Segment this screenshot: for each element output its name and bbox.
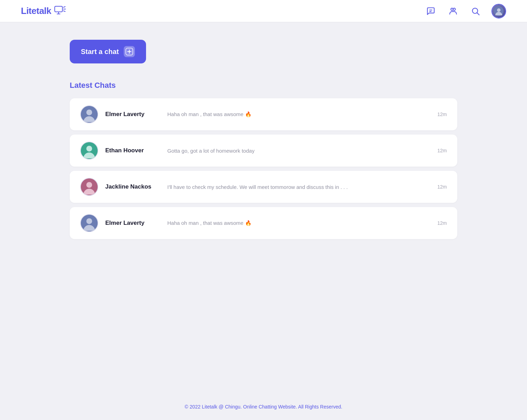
logo-area: Litetalk bbox=[21, 6, 67, 16]
chat-item[interactable]: Elmer Laverty Haha oh man , that was aws… bbox=[70, 98, 457, 130]
svg-rect-0 bbox=[55, 6, 62, 12]
svg-point-20 bbox=[86, 146, 92, 152]
chat-time-2: 12m bbox=[437, 148, 447, 153]
chat-item[interactable]: Ethan Hoover Gotta go, got a lot of home… bbox=[70, 135, 457, 167]
svg-point-13 bbox=[497, 8, 501, 12]
chat-item[interactable]: Jackline Nackos I'll have to check my sc… bbox=[70, 171, 457, 203]
start-chat-label: Start a chat bbox=[81, 48, 119, 56]
logo-text: Litetalk bbox=[21, 6, 51, 16]
svg-point-18 bbox=[86, 109, 92, 115]
chat-name-1: Elmer Laverty bbox=[105, 111, 161, 118]
start-chat-plus-icon bbox=[124, 46, 135, 57]
chat-avatar-2 bbox=[80, 142, 98, 160]
svg-line-5 bbox=[63, 11, 65, 12]
chat-item[interactable]: Elmer Laverty Haha oh man , that was aws… bbox=[70, 207, 457, 239]
avatar-image bbox=[494, 6, 504, 16]
svg-point-24 bbox=[86, 218, 92, 224]
latest-chats-title: Latest Chats bbox=[70, 81, 457, 90]
chat-list: Elmer Laverty Haha oh man , that was aws… bbox=[70, 98, 457, 239]
svg-line-11 bbox=[477, 13, 479, 15]
main-content: Start a chat Latest Chats bbox=[0, 22, 527, 394]
litetalk-logo-icon bbox=[54, 6, 67, 15]
svg-point-9 bbox=[453, 8, 456, 10]
chat-preview-2: Gotta go, got a lot of homework today bbox=[167, 148, 430, 154]
chat-time-4: 12m bbox=[437, 220, 447, 226]
search-icon bbox=[471, 7, 480, 16]
chat-info-2: Ethan Hoover Gotta go, got a lot of home… bbox=[105, 147, 430, 154]
chat-nav-button[interactable] bbox=[425, 5, 437, 17]
chat-time-1: 12m bbox=[437, 112, 447, 117]
start-chat-button[interactable]: Start a chat bbox=[70, 40, 146, 63]
chat-avatar-3 bbox=[80, 178, 98, 196]
chat-icon bbox=[426, 7, 435, 16]
chat-time-3: 12m bbox=[437, 184, 447, 190]
chat-info-1: Elmer Laverty Haha oh man , that was aws… bbox=[105, 111, 430, 118]
app-header: Litetalk bbox=[0, 0, 527, 22]
logo-icon bbox=[54, 6, 67, 16]
chat-preview-4: Haha oh man , that was awsome 🔥 bbox=[167, 220, 430, 226]
chat-name-3: Jackline Nackos bbox=[105, 183, 161, 190]
user-avatar-button[interactable] bbox=[491, 4, 506, 18]
nav-icons bbox=[425, 4, 506, 18]
chat-avatar-1 bbox=[80, 105, 98, 123]
search-nav-button[interactable] bbox=[469, 5, 482, 17]
footer-text: © 2022 Litetalk @ Chingu. Online Chattin… bbox=[185, 404, 342, 410]
chat-name-2: Ethan Hoover bbox=[105, 147, 161, 154]
chat-info-3: Jackline Nackos I'll have to check my sc… bbox=[105, 183, 430, 190]
chat-name-4: Elmer Laverty bbox=[105, 220, 161, 227]
svg-line-3 bbox=[63, 7, 65, 7]
user-avatar bbox=[492, 5, 505, 18]
svg-point-22 bbox=[86, 182, 92, 188]
group-nav-button[interactable] bbox=[447, 5, 459, 17]
chat-avatar-4 bbox=[80, 214, 98, 232]
chat-preview-1: Haha oh man , that was awsome 🔥 bbox=[167, 111, 430, 117]
chat-preview-3: I'll have to check my schedule. We will … bbox=[167, 184, 430, 190]
group-icon bbox=[449, 7, 458, 16]
chat-info-4: Elmer Laverty Haha oh man , that was aws… bbox=[105, 220, 430, 227]
app-footer: © 2022 Litetalk @ Chingu. Online Chattin… bbox=[0, 394, 527, 420]
